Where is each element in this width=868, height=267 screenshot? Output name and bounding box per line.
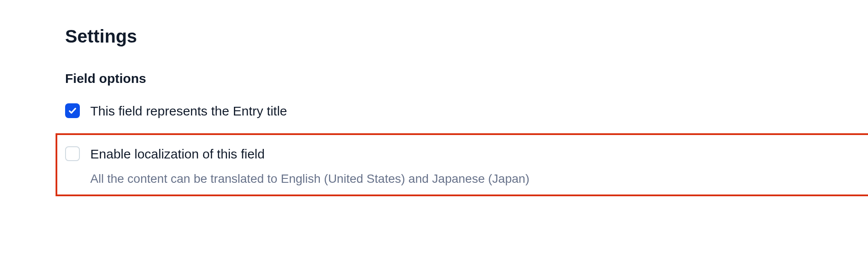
entry-title-option: This field represents the Entry title (65, 102, 803, 119)
localization-label: Enable localization of this field (90, 145, 529, 162)
localization-highlight: Enable localization of this field All th… (56, 133, 868, 196)
settings-heading: Settings (65, 26, 803, 47)
localization-option: Enable localization of this field All th… (65, 145, 868, 187)
entry-title-label: This field represents the Entry title (90, 102, 287, 119)
localization-description: All the content can be translated to Eng… (90, 171, 529, 187)
checkmark-icon (68, 106, 77, 115)
entry-title-checkbox[interactable] (65, 103, 80, 118)
localization-checkbox[interactable] (65, 146, 80, 161)
field-options-heading: Field options (65, 71, 803, 86)
